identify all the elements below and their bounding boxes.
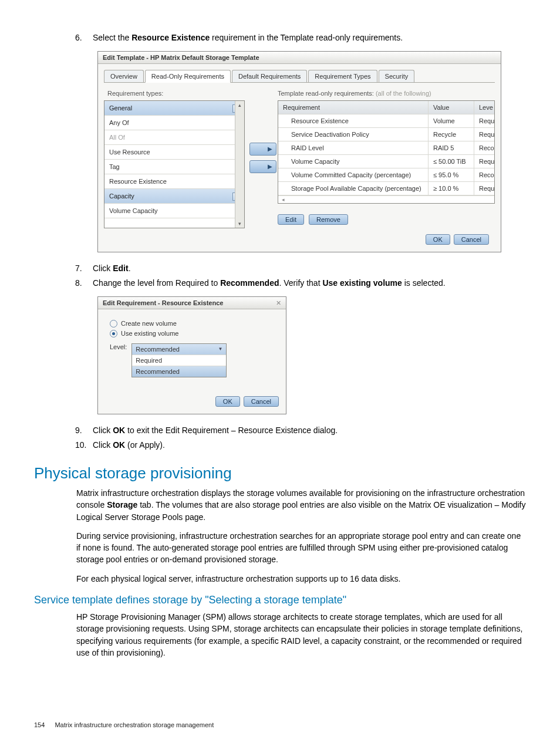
step-num: 6. (75, 32, 82, 44)
edit-template-dialog: Edit Template - HP Matrix Default Storag… (97, 51, 501, 252)
step-num: 9. (75, 425, 82, 437)
tab-default-requirements[interactable]: Default Requirements (232, 70, 307, 82)
body-paragraph: During service provisioning, infrastruct… (76, 530, 526, 566)
arrow-right-icon: ▶ (268, 163, 272, 170)
edit-button[interactable]: Edit (278, 214, 304, 225)
radio-icon (110, 330, 117, 337)
horizontal-scrollbar[interactable]: ◂ (278, 195, 494, 203)
move-copy-right-button[interactable]: ▶ (249, 160, 276, 173)
table-header: Requirement Value Leve (278, 101, 494, 114)
tab-overview[interactable]: Overview (104, 70, 144, 82)
step-text: Select the Resource Existence requiremen… (93, 33, 403, 42)
step-9: 9. Click OK to exit the Edit Requirement… (75, 425, 526, 437)
move-right-button[interactable]: ▶ (249, 143, 276, 156)
list-item[interactable]: Any Of (104, 116, 244, 130)
scroll-left-icon: ◂ (282, 197, 285, 202)
dialog-title: Edit Requirement - Resource Existence ✕ (98, 297, 286, 309)
level-select-value[interactable]: Recommended ▼ (132, 344, 226, 355)
table-row[interactable]: Storage Pool Available Capacity (percent… (278, 182, 494, 195)
tab-read-only-requirements[interactable]: Read-Only Requirements (145, 70, 231, 83)
step-8: 8. Change the level from Required to Rec… (75, 278, 526, 289)
readonly-requirements-label: Template read-only requirements: (all of… (278, 90, 495, 97)
ok-button[interactable]: OK (426, 234, 450, 245)
ok-button[interactable]: OK (215, 396, 240, 407)
footer-text: Matrix infrastructure orchestration stor… (55, 721, 214, 728)
body-paragraph: HP Storage Provisioning Manager (SPM) al… (76, 611, 526, 659)
col-level: Leve (474, 101, 494, 114)
step-num: 10. (75, 440, 86, 451)
chevron-down-icon: ▼ (218, 346, 222, 352)
level-label: Level: (110, 343, 127, 350)
step-10: 10. Click OK (or Apply). (75, 440, 526, 451)
col-value: Value (429, 101, 474, 114)
requirement-types-list[interactable]: General▴ Any Of All Of Use Resource Tag … (104, 100, 245, 228)
level-select[interactable]: Recommended ▼ Required Recommended (131, 343, 227, 377)
radio-label: Create new volume (121, 320, 177, 327)
dialog-title: Edit Template - HP Matrix Default Storag… (98, 52, 501, 64)
list-item[interactable]: Volume Capacity (104, 204, 244, 218)
list-item[interactable]: All Of (104, 130, 244, 145)
step-text: Click Edit. (93, 264, 131, 273)
requirement-types-label: Requirement types: (104, 90, 245, 97)
page-number: 154 (34, 721, 45, 728)
body-paragraph: For each physical logical server, infras… (76, 573, 526, 585)
step-text: Click OK (or Apply). (93, 440, 165, 450)
list-item[interactable]: Capacity▴ (104, 189, 244, 204)
list-item[interactable]: Use Resource (104, 145, 244, 160)
heading-service-template-defines-storage: Service template defines storage by "Sel… (34, 594, 526, 606)
step-num: 8. (75, 278, 82, 289)
scroll-up-icon: ▴ (238, 101, 241, 109)
radio-create-new-volume[interactable]: Create new volume (110, 320, 279, 328)
table-row[interactable]: Volume Capacity≤ 50.00 TiBRequ (278, 155, 494, 168)
level-option-required[interactable]: Required (132, 355, 226, 366)
table-row[interactable]: Resource ExistenceVolumeRequ (278, 114, 494, 128)
radio-label: Use existing volume (121, 330, 178, 337)
col-requirement: Requirement (278, 101, 429, 114)
radio-use-existing-volume[interactable]: Use existing volume (110, 330, 279, 337)
table-row[interactable]: RAID LevelRAID 5Reco (278, 141, 494, 155)
cancel-button[interactable]: Cancel (244, 396, 279, 407)
list-item[interactable]: Tag (104, 160, 244, 174)
arrow-right-icon: ▶ (268, 146, 272, 152)
list-item[interactable]: General▴ (104, 101, 244, 116)
step-text: Click OK to exit the Edit Requirement – … (93, 426, 338, 435)
body-paragraph: Matrix infrastructure orchestration disp… (76, 487, 526, 523)
level-option-recommended[interactable]: Recommended (132, 366, 226, 377)
remove-button[interactable]: Remove (309, 214, 348, 225)
scroll-down-icon: ▾ (238, 220, 241, 228)
cancel-button[interactable]: Cancel (454, 234, 489, 245)
step-num: 7. (75, 263, 82, 275)
table-row[interactable]: Volume Committed Capacity (percentage)≤ … (278, 168, 494, 182)
tab-requirement-types[interactable]: Requirement Types (308, 70, 377, 82)
heading-physical-storage-provisioning: Physical storage provisioning (34, 464, 526, 482)
tab-bar: Overview Read-Only Requirements Default … (104, 70, 495, 83)
radio-icon (110, 320, 117, 328)
edit-requirement-dialog: Edit Requirement - Resource Existence ✕ … (97, 296, 286, 414)
step-7: 7. Click Edit. (75, 263, 526, 275)
step-text: Change the level from Required to Recomm… (93, 278, 446, 288)
close-icon[interactable]: ✕ (276, 299, 281, 307)
requirements-table: Requirement Value Leve Resource Existenc… (278, 100, 495, 204)
step-6: 6. Select the Resource Existence require… (75, 32, 526, 44)
table-row[interactable]: Service Deactivation PolicyRecycleRequ (278, 128, 494, 141)
list-item[interactable]: Resource Existence (104, 174, 244, 189)
tab-security[interactable]: Security (379, 70, 415, 82)
page-footer: 154 Matrix infrastructure orchestration … (34, 721, 214, 728)
scrollbar[interactable]: ▴▾ (235, 101, 244, 228)
